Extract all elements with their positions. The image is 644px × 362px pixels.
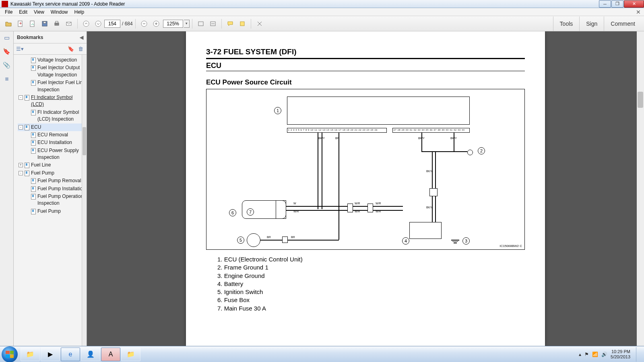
bookmark-item[interactable]: -Fuel Pump [18,169,87,177]
menu-window[interactable]: Window [47,8,71,16]
zoom-dropdown-icon[interactable]: ▼ [184,20,190,28]
svg-rect-3 [43,22,46,23]
options-icon[interactable]: ☰▾ [16,45,23,53]
attachments-icon[interactable]: 📎 [3,61,11,69]
thumbnails-icon[interactable]: ▭ [3,34,11,42]
bookmark-item[interactable]: Fuel Pump [24,208,87,215]
collapse-panel-icon[interactable]: ◀ [80,35,83,40]
open-button[interactable] [3,19,14,29]
page-up-button[interactable] [81,19,91,29]
svg-rect-13 [240,22,244,26]
bookmark-tab-icon[interactable]: 🔖 [3,47,11,56]
menu-edit[interactable]: Edit [16,8,31,16]
bookmark-item[interactable]: Fuel Pump Removal [24,177,87,185]
callout-5: 5 [237,237,244,244]
page-down-button[interactable] [93,19,103,29]
taskbar-app1[interactable]: 👤 [81,348,100,361]
bookmark-item[interactable]: Fuel Injector Output Voltage Inspection [24,64,87,79]
menu-help[interactable]: Help [71,8,88,16]
tray-clock[interactable]: 10:29 PM 5/20/2013 [611,349,630,359]
start-button[interactable] [2,346,18,362]
bookmarks-tree: Voltage InspectionFuel Injector Output V… [14,55,87,346]
read-mode-button[interactable] [254,19,265,29]
window-title: Kawasaki Teryx service manual 2009 - Ado… [10,1,599,7]
svg-point-8 [95,21,101,27]
toolbar: / 684 ▼ Tools Sign Comment [0,16,644,31]
callout-3: 3 [462,237,470,245]
callout-1: 1 [274,107,281,114]
minimize-button[interactable]: ─ [599,0,611,8]
fit-page-button[interactable] [196,19,206,29]
fit-width-button[interactable] [208,19,218,29]
menu-close-icon[interactable]: ✕ [636,9,641,15]
comment-tab[interactable]: Comment [604,16,642,31]
menu-file[interactable]: File [2,8,16,16]
svg-point-7 [83,21,89,27]
callout-6: 6 [229,209,236,216]
page-number-input[interactable] [104,20,120,28]
bookmark-item[interactable]: ECU Installation [24,139,87,146]
taskbar: 📁 ▶ e 👤 A 📁 ▴ ⚑ 📶 🔊 10:29 PM 5/20/2013 [0,346,644,362]
zoom-input[interactable] [163,20,183,28]
legend-list: 1. ECU (Electronic Control Unit)2. Frame… [206,255,525,313]
create-pdf-button[interactable] [15,19,26,29]
circuit-diagram: 1 2 3 4 5 6 7 8 9 10 11 12 13 14 15 16 1… [206,89,525,250]
bookmark-item[interactable]: Voltage Inspection [24,56,87,64]
svg-rect-1 [30,21,34,27]
taskbar-explorer[interactable]: 📁 [21,348,40,361]
tools-tab[interactable]: Tools [553,16,580,31]
bookmarks-title: Bookmarks [17,35,43,40]
maximize-button[interactable]: ❐ [611,0,623,8]
show-desktop-button[interactable] [636,347,641,362]
print-button[interactable] [52,19,62,29]
taskbar-media-player[interactable]: ▶ [41,348,60,361]
bookmark-item[interactable]: -ECU [18,123,87,131]
signatures-icon[interactable]: ≣ [3,75,11,83]
bookmark-item[interactable]: FI Indicator Symbol (LCD) Inspection [24,109,87,123]
close-button[interactable]: ✕ [624,0,644,8]
main-area: ▭ 🔖 📎 ≣ Bookmarks ◀ ☰▾ 🔖 🗑 Voltage Inspe… [0,31,644,346]
convert-button[interactable] [27,19,38,29]
bookmark-item[interactable]: ECU Removal [24,131,87,139]
pdf-page: 3-72 FUEL SYSTEM (DFI) ECU ECU Power Sou… [186,31,545,346]
bookmark-item[interactable]: +Fuel Line [18,161,87,169]
document-viewport[interactable]: 3-72 FUEL SYSTEM (DFI) ECU ECU Power Sou… [87,31,644,346]
delete-bookmark-icon[interactable]: 🗑 [77,45,84,53]
save-button[interactable] [39,19,50,29]
comment-button[interactable] [225,19,235,29]
page-header: 3-72 FUEL SYSTEM (DFI) [206,47,525,56]
menu-view[interactable]: View [31,8,47,16]
tray-flag-icon[interactable]: ⚑ [584,352,589,357]
sign-tab[interactable]: Sign [579,16,604,31]
document-scrollbar[interactable] [637,31,644,346]
new-bookmark-icon[interactable]: 🔖 [67,45,74,53]
tray-show-hidden-icon[interactable]: ▴ [579,352,581,357]
bookmarks-scrollbar[interactable] [82,55,87,346]
email-button[interactable] [64,19,74,29]
zoom-out-button[interactable] [139,19,149,29]
bookmark-item[interactable]: ECU Power Supply Inspection [24,147,87,162]
highlight-button[interactable] [237,19,248,29]
bookmark-item[interactable]: -FI Indicator Symbol (LCD) [18,94,87,109]
taskbar-ie[interactable]: e [61,348,80,361]
callout-4: 4 [402,237,409,245]
svg-rect-5 [56,21,58,23]
tray-network-icon[interactable]: 📶 [592,352,598,357]
section-title: ECU [206,62,525,70]
bookmark-item[interactable]: Fuel Injector Fuel Line Inspection [24,79,87,94]
tray-volume-icon[interactable]: 🔊 [601,352,607,357]
bookmark-item[interactable]: Fuel Pump Installation [24,185,87,193]
svg-rect-11 [198,22,203,26]
zoom-in-button[interactable] [151,19,161,29]
app-icon [2,1,8,7]
bookmarks-panel: Bookmarks ◀ ☰▾ 🔖 🗑 Voltage InspectionFue… [14,31,87,346]
taskbar-app2[interactable]: 📁 [121,348,140,361]
taskbar-adobe-reader[interactable]: A [101,348,120,361]
diagram-code: IC15068BW2 C [500,244,522,248]
subsection-title: ECU Power Source Circuit [206,78,525,86]
nav-rail: ▭ 🔖 📎 ≣ [0,31,14,346]
svg-rect-4 [55,23,59,25]
bookmark-item[interactable]: Fuel Pump Operation Inspection [24,193,87,208]
svg-rect-0 [18,21,22,27]
menu-bar: File Edit View Window Help ✕ [0,8,644,16]
